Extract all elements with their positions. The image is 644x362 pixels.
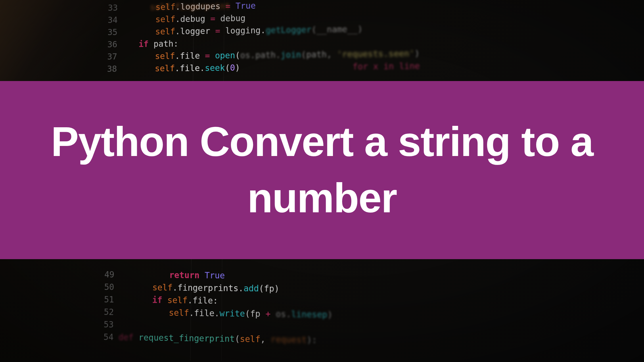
code-token: self: [240, 334, 260, 344]
code-token: ,: [260, 334, 271, 344]
code-token: True: [200, 270, 225, 281]
code-token: .debug: [175, 14, 206, 24]
code-token: ): [415, 48, 420, 58]
code-token: [133, 332, 139, 342]
code-token: if: [152, 295, 162, 305]
code-token: True: [235, 1, 256, 11]
code-token: ,: [327, 49, 337, 59]
line-number-gutter: 33 34 35 36 37 38: [100, 2, 123, 75]
code-token: (: [301, 50, 306, 60]
code-token: def: [118, 332, 134, 342]
code-token: os: [276, 309, 286, 319]
line-number: 52: [97, 306, 119, 318]
code-token: for x in line: [352, 61, 420, 72]
code-token: self: [155, 63, 175, 73]
code-token: self: [155, 51, 175, 61]
line-number: 53: [96, 318, 118, 331]
code-token: request_fingerprint: [139, 332, 235, 344]
code-line: self.file.write(fp + os.linesep): [169, 307, 333, 321]
line-number-gutter: 49 50 51 52 53 54: [96, 268, 119, 344]
line-number: 36: [100, 38, 122, 51]
code-block-top: self.fingerprint self.logdupes = True se…: [155, 0, 420, 75]
code-token: return: [169, 270, 200, 280]
code-token: .file:: [187, 295, 218, 306]
code-line: return True: [169, 269, 333, 283]
code-token: (: [245, 309, 250, 319]
code-token: fp: [250, 309, 260, 319]
line-number: 38: [100, 63, 122, 75]
code-line: self.fingerprints.add(fp): [152, 281, 333, 296]
line-number: 54: [96, 331, 119, 344]
line-number: 37: [100, 51, 122, 63]
code-token: getLogger: [266, 25, 311, 35]
code-token: debug: [220, 13, 246, 23]
code-line: def request_fingerprint(self, request):: [118, 331, 333, 347]
code-token: (: [235, 334, 240, 344]
line-number: 35: [100, 26, 122, 38]
code-token: =: [200, 51, 215, 61]
code-token: .: [286, 309, 291, 319]
code-token: ): [235, 63, 240, 72]
code-token: logging: [225, 25, 260, 36]
line-number: 51: [97, 293, 119, 306]
code-token: os.path: [240, 50, 276, 60]
banner-title: Python Convert a string to a number: [14, 114, 630, 226]
code-token: add: [244, 283, 259, 294]
line-number: 33: [101, 2, 122, 14]
code-line: self.file.seek(0) for x in line: [155, 60, 420, 75]
code-token: .: [238, 283, 244, 293]
code-token: .fingerprints: [172, 282, 239, 293]
code-token: if: [139, 39, 149, 49]
code-token: .file: [175, 51, 200, 61]
code-token: seek: [205, 63, 225, 73]
code-token: 'requests.seen': [337, 48, 415, 59]
code-token: path:: [149, 39, 179, 49]
code-token: (__name__): [311, 24, 363, 35]
code-token: .: [200, 63, 205, 73]
code-token: .: [276, 50, 281, 60]
code-token: .file: [189, 308, 214, 318]
code-token: ):: [307, 335, 317, 345]
code-token: .logger: [175, 26, 210, 36]
code-token: (: [235, 50, 240, 60]
code-token: path: [306, 49, 327, 59]
code-token: write: [219, 308, 245, 319]
code-token: self: [155, 26, 175, 36]
code-token: linesep: [291, 309, 327, 320]
code-token: (: [225, 63, 230, 73]
line-number: 34: [101, 14, 122, 26]
code-token: .file: [175, 63, 200, 73]
title-banner: Python Convert a string to a number: [0, 81, 644, 259]
code-token: self: [155, 14, 175, 24]
code-token: open: [215, 50, 235, 60]
code-token: self: [152, 282, 172, 292]
code-token: request: [271, 334, 307, 345]
code-token: ): [327, 309, 333, 320]
code-token: [162, 295, 167, 305]
line-number: 49: [97, 268, 119, 281]
code-token: self: [167, 295, 188, 305]
line-number: 50: [97, 281, 119, 293]
code-token: .: [260, 25, 266, 35]
code-token: +: [260, 309, 276, 319]
code-token: 0: [230, 63, 235, 72]
code-token: self: [169, 308, 189, 318]
code-line: if self.file:: [152, 294, 333, 308]
code-token: join: [281, 50, 301, 60]
code-token: =: [205, 14, 221, 24]
code-token: (fp): [259, 283, 279, 294]
code-block-bottom: return True self.fingerprints.add(fp) if…: [152, 269, 333, 347]
code-token: =: [210, 26, 225, 36]
code-token: .: [214, 308, 220, 318]
code-token: self.fingerprint: [150, 1, 230, 12]
